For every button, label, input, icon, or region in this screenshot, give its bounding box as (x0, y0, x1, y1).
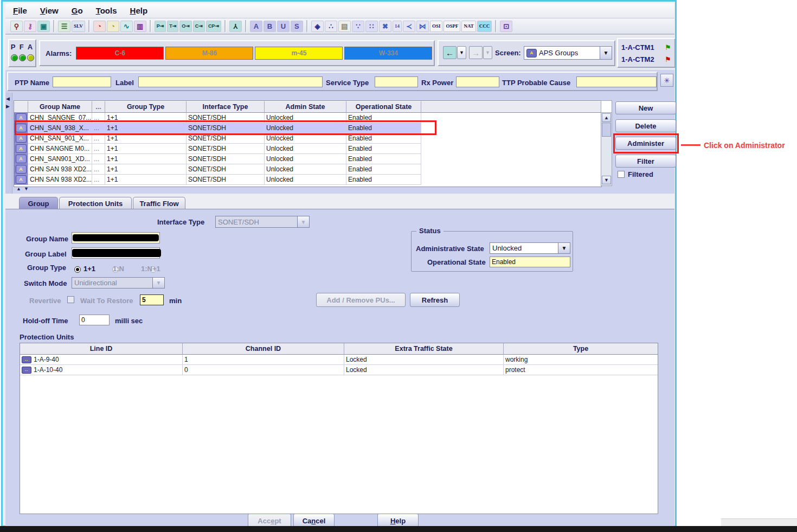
column-header-group-type[interactable]: Group Type (105, 101, 187, 113)
table-row-selected[interactable]: A CHN_SAN_938_X... ... 1+1 SONET/SDH Unl… (14, 123, 601, 133)
goto-cp-icon[interactable]: CP⇥ (206, 21, 221, 32)
administrative-state-dropdown-arrow-icon[interactable]: ▼ (558, 243, 570, 253)
zoom-search-icon[interactable]: ⚲ (10, 21, 23, 32)
performance-chart-icon[interactable]: ∿ (120, 21, 133, 32)
filter-button[interactable]: Filter (615, 155, 676, 168)
pu-column-header-type[interactable]: Type (504, 343, 658, 355)
nav-back-dropdown[interactable]: ▼ (457, 46, 466, 59)
topology-icon[interactable]: ◈ (311, 21, 324, 32)
histogram-icon[interactable]: ▥ (134, 21, 146, 32)
table-row[interactable]: A CHN_SANGNE_07... ... 1+1 SONET/SDH Unl… (14, 113, 601, 123)
administer-button[interactable]: Administer (615, 137, 676, 150)
column-header-admin-state[interactable]: Admin State (265, 101, 346, 113)
table-row[interactable]: A CHN SAN 938 XD2... ... 1+1 SONET/SDH U… (14, 164, 601, 175)
grid-u-icon[interactable]: U (277, 21, 290, 32)
scroll-down-icon[interactable]: ▼ (602, 176, 611, 184)
scrollbar-thumb[interactable] (602, 123, 611, 137)
menu-file[interactable]: File (13, 6, 27, 15)
sort-up-icon[interactable]: ▲ (16, 186, 21, 191)
aps-groups-icon[interactable]: A (250, 21, 262, 32)
pu-column-header-line-id[interactable]: Line ID (20, 343, 183, 355)
mesh-nodes-icon[interactable]: ∴ (325, 21, 337, 32)
menu-help[interactable]: Help (130, 6, 148, 15)
table-row[interactable]: A CHN_SAN_901_X... ... 1+1 SONET/SDH Unl… (14, 133, 601, 144)
tab-group[interactable]: Group (19, 197, 58, 209)
alarm-badge-minor[interactable]: m-45 (255, 47, 343, 60)
tab-protection-units[interactable]: Protection Units (59, 197, 132, 209)
switch-mode-label: Switch Mode (24, 279, 67, 287)
node-group-icon[interactable]: ∷ (365, 21, 378, 32)
nav-back-button[interactable]: ← (443, 46, 457, 59)
screen-combobox[interactable]: AAPS Groups ▼ (524, 46, 612, 60)
key-icon[interactable]: ⚷ (24, 21, 36, 32)
column-header-interface-type[interactable]: Interface Type (187, 101, 265, 113)
filtered-checkbox[interactable] (618, 171, 625, 178)
grid-s-icon[interactable]: S (291, 21, 303, 32)
windows-icon[interactable]: ⊡ (500, 21, 512, 32)
goto-ptp-icon[interactable]: P⇥ (155, 21, 166, 32)
tab-traffic-flow[interactable]: Traffic Flow (133, 197, 185, 209)
menu-tools[interactable]: Tools (96, 6, 117, 15)
scroll-up-icon[interactable]: ▲ (602, 113, 611, 122)
network-tree-icon[interactable]: Y (229, 21, 242, 32)
table-row[interactable]: A CHN_SAN901_XD... ... 1+1 SONET/SDH Unl… (14, 154, 601, 164)
pu-table-row[interactable]: --1-A-9-40 1 Locked working (20, 355, 658, 365)
nat-button[interactable]: NAT (461, 21, 475, 32)
branch-icon[interactable]: ≺ (403, 21, 415, 32)
icon-column-header[interactable] (14, 101, 28, 113)
lock-icon[interactable]: ▣ (37, 21, 50, 32)
table-row[interactable]: A CHN SANGNE M0... ... 1+1 SONET/SDH Unl… (14, 144, 601, 154)
column-header-operational-state[interactable]: Operational State (346, 101, 421, 113)
alarm-badge-critical[interactable]: C-6 (76, 47, 164, 60)
clipboard-icon[interactable]: ▤ (338, 21, 351, 32)
rx-power-input[interactable] (456, 76, 499, 87)
hold-off-time-input[interactable] (79, 315, 110, 325)
filter-sync-icon[interactable]: ✳ (660, 74, 673, 87)
refresh-button[interactable]: Refresh (410, 293, 460, 307)
sort-down-icon[interactable]: ▼ (24, 186, 29, 191)
list-rows-icon[interactable]: ☰ (58, 21, 70, 32)
ospf-button[interactable]: OSPF (444, 21, 460, 32)
administrative-state-combobox[interactable]: Unlocked ▼ (490, 242, 570, 254)
group-type-radio-1plus1[interactable] (74, 266, 81, 273)
layer14-icon[interactable]: 14 (393, 21, 402, 32)
delete-cross-icon[interactable]: ✖ (379, 21, 391, 32)
goto-ttp-icon[interactable]: T⇥ (167, 21, 178, 32)
grid-b-icon[interactable]: B (263, 21, 276, 32)
column-header-ellipsis[interactable]: ... (92, 101, 105, 113)
goto-cc-icon[interactable]: C⇥ (193, 21, 205, 32)
service-type-input[interactable] (375, 76, 418, 87)
pu-column-header-extra-traffic-state[interactable]: Extra Traffic State (344, 343, 504, 355)
new-button[interactable]: New (615, 101, 676, 114)
table-row[interactable]: A CHN SAN 938 XD2... ... 1+1 SONET/SDH U… (14, 175, 601, 185)
column-header-group-name[interactable]: Group Name (28, 101, 92, 113)
menu-go[interactable]: Go (72, 6, 83, 15)
ccc-button[interactable]: CCC (477, 21, 492, 32)
alarm-critical-icon[interactable]: ◔ (93, 21, 106, 32)
wait-to-restore-input[interactable] (140, 294, 164, 305)
ctm1-link[interactable]: 1-A-CTM1 (621, 43, 654, 52)
alarm-badge-major[interactable]: M-86 (165, 47, 253, 60)
pu-table-row[interactable]: --1-A-10-40 0 Locked protect (20, 365, 658, 375)
link-nodes-icon[interactable]: ∵ (352, 21, 364, 32)
splitter-expand-icon[interactable]: ▶ (6, 104, 10, 109)
pane-splitter[interactable]: ◀ ▶ (5, 93, 12, 194)
splitter-collapse-icon[interactable]: ◀ (6, 96, 10, 101)
alarm-minor-icon[interactable]: ◔ (107, 21, 119, 32)
crossconnect-icon[interactable]: ⋈ (416, 21, 429, 32)
interface-type-label: Interface Type (157, 218, 204, 226)
ttp-probable-cause-input[interactable] (576, 76, 657, 87)
alarm-badge-warning[interactable]: W-334 (344, 47, 432, 60)
slv-button[interactable]: SLV (72, 21, 85, 32)
ctm2-link[interactable]: 1-A-CTM2 (621, 55, 654, 63)
osi-button[interactable]: OSI (430, 21, 443, 32)
menu-view[interactable]: View (40, 6, 59, 15)
goto-oc-icon[interactable]: O⇥ (179, 21, 192, 32)
table-vertical-scrollbar[interactable]: ▲ ▼ (601, 100, 612, 186)
label-input[interactable] (138, 76, 323, 87)
screen-dropdown-arrow-icon[interactable]: ▼ (600, 47, 612, 59)
delete-button[interactable]: Delete (615, 119, 676, 132)
pu-column-header-channel-id[interactable]: Channel ID (183, 343, 344, 355)
aps-groups-table: Group Name ... Group Type Interface Type… (14, 100, 602, 187)
ptp-name-input[interactable] (53, 76, 111, 87)
